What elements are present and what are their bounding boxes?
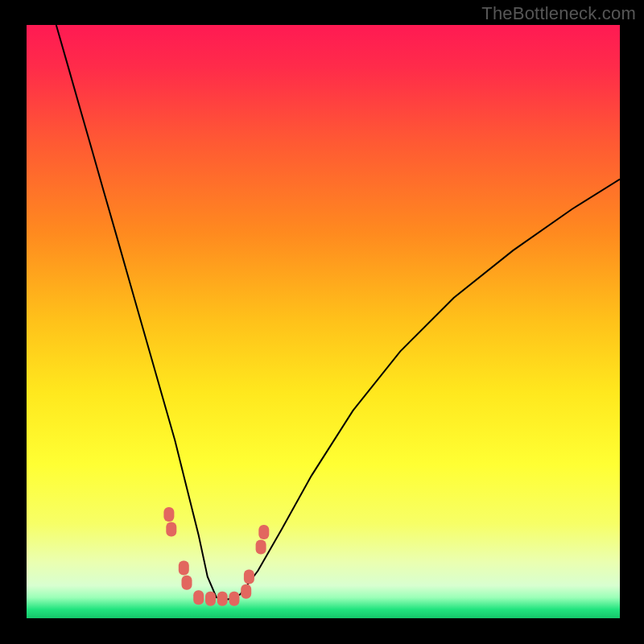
curve-marker bbox=[163, 507, 174, 522]
curve-marker bbox=[166, 522, 176, 536]
curve-marker bbox=[258, 525, 269, 539]
curve-marker bbox=[193, 590, 204, 605]
curve-marker bbox=[182, 576, 192, 590]
chart-frame: TheBottleneck.com bbox=[0, 0, 644, 644]
plot-background bbox=[27, 25, 620, 618]
curve-marker bbox=[179, 560, 189, 575]
curve-marker bbox=[217, 592, 228, 606]
curve-marker bbox=[256, 540, 266, 555]
bottleneck-chart bbox=[0, 0, 644, 644]
curve-marker bbox=[205, 592, 216, 606]
curve-marker bbox=[244, 569, 254, 584]
curve-marker bbox=[229, 592, 239, 606]
curve-marker bbox=[241, 584, 251, 599]
